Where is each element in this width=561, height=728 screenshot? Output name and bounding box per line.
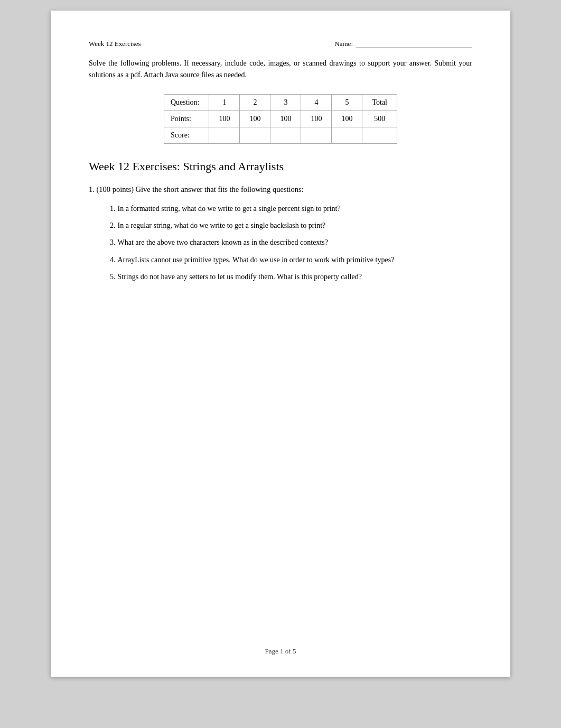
sub-question-item: 3.What are the above two characters know… [110, 237, 472, 248]
problems-container: 1. (100 points) Give the short answer th… [89, 184, 472, 283]
score-table-cell: 100 [209, 110, 240, 127]
page-header: Week 12 Exercises Name: [89, 40, 472, 48]
score-table-cell: 1 [209, 94, 240, 110]
page-number: Page 1 of 5 [265, 647, 296, 655]
score-table-cell: 5 [332, 94, 362, 110]
problem-1: 1. (100 points) Give the short answer th… [89, 184, 472, 283]
section-title: Week 12 Exercises: Strings and Arraylist… [89, 160, 472, 173]
sub-question-item: 4.ArrayLists cannot use primitive types.… [110, 254, 472, 266]
score-table-cell: 500 [362, 110, 397, 127]
score-table-row: Score: [164, 127, 397, 143]
score-table-cell: Total [362, 94, 397, 110]
score-table-cell[interactable] [270, 127, 301, 143]
sub-question-number: 2. [110, 222, 116, 229]
sub-question-item: 1.In a formatted string, what do we writ… [110, 203, 472, 215]
sub-question-text: ArrayLists cannot use primitive types. W… [118, 256, 395, 264]
score-table-row-label: Question: [164, 94, 209, 110]
score-table-cell[interactable] [209, 127, 240, 143]
score-table-cell: 2 [240, 94, 270, 110]
sub-question-text: What are the above two characters known … [118, 238, 328, 246]
sub-question-item: 5.Strings do not have any setters to let… [110, 271, 472, 283]
score-table-cell: 100 [332, 110, 362, 127]
score-table-cell[interactable] [240, 127, 270, 143]
sub-question-text: In a regular string, what do we write to… [118, 222, 326, 229]
score-table-row-label: Score: [164, 127, 209, 143]
sub-questions-list: 1.In a formatted string, what do we writ… [110, 203, 472, 283]
score-table: Question:12345TotalPoints:10010010010010… [164, 94, 397, 144]
name-input-line[interactable] [356, 40, 472, 48]
sub-question-text: Strings do not have any setters to let u… [118, 273, 362, 281]
sub-question-text: In a formatted string, what do we write … [118, 205, 341, 213]
score-table-cell[interactable] [362, 127, 397, 143]
sub-question-number: 5. [110, 273, 116, 281]
score-table-cell[interactable] [332, 127, 362, 143]
sub-question-number: 1. [110, 205, 116, 213]
content-area: Solve the following problems. If necessa… [89, 58, 472, 648]
sub-question-item: 2.In a regular string, what do we write … [110, 220, 472, 232]
page-footer: Page 1 of 5 [51, 647, 510, 656]
header-course-title: Week 12 Exercises [89, 40, 141, 48]
score-table-cell: 3 [270, 94, 301, 110]
sub-question-number: 4. [110, 256, 116, 264]
score-table-wrapper: Question:12345TotalPoints:10010010010010… [89, 94, 472, 144]
header-name-field: Name: [334, 40, 472, 48]
score-table-row: Points:100100100100100500 [164, 110, 397, 127]
score-table-cell: 100 [240, 110, 270, 127]
sub-question-number: 3. [110, 238, 116, 246]
score-table-row-label: Points: [164, 110, 209, 127]
score-table-row: Question:12345Total [164, 94, 397, 110]
score-table-cell: 100 [301, 110, 332, 127]
score-table-cell[interactable] [301, 127, 332, 143]
score-table-cell: 100 [270, 110, 301, 127]
score-table-cell: 4 [301, 94, 332, 110]
name-label: Name: [334, 40, 353, 48]
intro-text: Solve the following problems. If necessa… [89, 58, 472, 81]
problem-header: 1. (100 points) Give the short answer th… [89, 184, 472, 196]
page: Week 12 Exercises Name: Solve the follow… [51, 11, 510, 677]
